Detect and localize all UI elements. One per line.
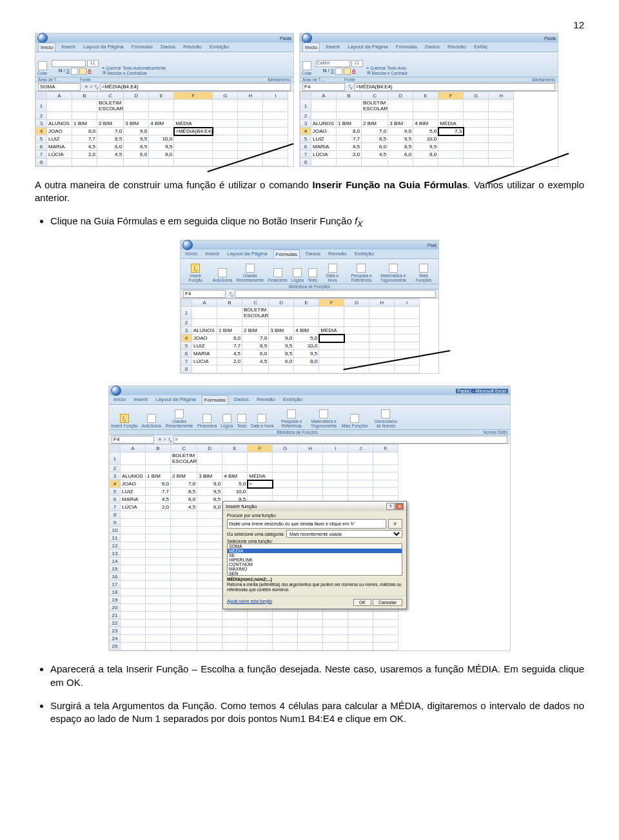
function-list-item[interactable]: MÉDIA xyxy=(228,549,402,553)
ribbon-group-name: Matemática e Trigonometria xyxy=(310,419,338,428)
ribbon-tabs: InícioInserirLayout da PáginaFórmulasDad… xyxy=(35,43,293,52)
function-list-item[interactable]: SE xyxy=(228,553,402,558)
formula-bar xyxy=(235,290,436,298)
excel-screenshot-2: Pasta InícioInserirLayout da PáginaFórmu… xyxy=(299,33,558,167)
ribbon-tab: Dados xyxy=(159,43,177,52)
ribbon-tab: Inserir xyxy=(324,43,342,52)
ribbon-group-name: Mais Funções xyxy=(411,273,437,282)
ribbon-icon xyxy=(175,409,184,418)
ribbon-tab: Inserir xyxy=(59,43,77,52)
italic-icon: I xyxy=(63,68,64,75)
cancel-button[interactable]: Cancelar xyxy=(373,599,402,606)
ribbon-tabs: InícioInserirLayout da PáginaFórmulasDad… xyxy=(109,395,510,405)
ribbon-tab: Revisão xyxy=(326,249,349,259)
category-select[interactable]: Mais recentemente usada xyxy=(286,530,402,538)
fx-icon: fx xyxy=(349,83,353,90)
ribbon-icon xyxy=(419,264,428,273)
ribbon-tab: Revisão xyxy=(446,43,468,52)
ribbon-icon xyxy=(218,268,227,277)
search-input[interactable] xyxy=(227,519,386,529)
font-size-box: 11 xyxy=(87,60,99,67)
wrap-text-label: Quebrar Texto Auto xyxy=(370,66,406,70)
ribbon-tab: Dados xyxy=(423,43,442,52)
bold-icon: N xyxy=(323,68,327,75)
ribbon-group-name: Pesquisa e Referência xyxy=(277,419,306,428)
excel-screenshot-4: Pasta1 - Microsoft Excel InícioInserirLa… xyxy=(108,386,511,651)
ribbon-tab: Início xyxy=(112,395,128,404)
category-label: Ou selecione uma categoria: xyxy=(227,532,284,536)
ribbon-icon xyxy=(202,414,211,423)
search-label: Procure por uma função: xyxy=(227,513,402,518)
function-list[interactable]: SOMAMÉDIASEHIPERLINKCONT.NÚMMÁXIMOSEN xyxy=(227,543,402,576)
ribbon-group-name: Texto xyxy=(237,424,247,428)
formula-bar: = xyxy=(173,436,507,444)
formula-bar-row: SOMA ✕ ✓ fx =MÉDIA(B4:E4) xyxy=(35,83,293,92)
function-list-item[interactable]: CONT.NÚM xyxy=(228,562,402,567)
help-link[interactable]: Ajuda sobre esta função xyxy=(227,599,272,603)
formula-buttons: ✕ ✓ xyxy=(84,84,93,90)
bullet-3: Surgirá a tela Argumentos da Função. Com… xyxy=(50,699,584,726)
border-icon xyxy=(71,68,78,75)
ribbon-icon xyxy=(389,264,398,273)
paste-label: Colar xyxy=(302,71,312,75)
function-list-item[interactable]: SOMA xyxy=(228,544,402,549)
ribbon-group-name: Inserir Função xyxy=(111,424,138,428)
window-title: Pasta xyxy=(280,36,291,41)
ribbon-tab: Layout da Página xyxy=(153,395,197,404)
ribbon-tab: Fórmulas xyxy=(202,395,228,404)
ribbon-group-label: Biblioteca de Funções xyxy=(181,284,438,289)
ribbon-tab: Início xyxy=(183,249,199,259)
ribbon-tab: Revisão xyxy=(255,395,277,404)
merge-label: Mesclar e Centraliz xyxy=(372,71,408,75)
italic-icon: I xyxy=(328,68,329,75)
office-button-icon xyxy=(182,240,193,250)
ribbon-icon xyxy=(147,414,156,423)
function-list-item[interactable]: MÁXIMO xyxy=(228,567,402,571)
name-box: SOMA xyxy=(38,83,81,91)
figure-row-1: Pasta InícioInserirLayout da PáginaFórmu… xyxy=(35,33,584,167)
window-title: Past xyxy=(427,243,437,248)
fx-icon: fx xyxy=(230,291,233,298)
function-syntax: MÉDIA(núm1;núm2;...) xyxy=(227,577,272,581)
ok-button[interactable]: OK xyxy=(353,599,371,606)
excel-screenshot-1: Pasta InícioInserirLayout da PáginaFórmu… xyxy=(35,33,294,167)
ribbon-icon xyxy=(357,264,366,273)
ribbon-icon: fx xyxy=(191,264,200,273)
ribbon-group-name: AutoSoma xyxy=(142,424,161,428)
bullet-2: Aparecerá a tela Inserir Função – Escolh… xyxy=(50,663,584,689)
ribbon-tab: Fórmulas xyxy=(394,43,419,52)
font-name-box xyxy=(52,60,86,67)
fill-icon xyxy=(79,68,86,75)
ribbon-group-name: Texto xyxy=(308,278,318,282)
function-list-item[interactable]: SEN xyxy=(228,571,402,576)
font-color-icon: A xyxy=(352,68,355,75)
ribbon-tab: Início xyxy=(38,43,55,52)
ribbon-icon: fx xyxy=(120,414,129,423)
font-name-box: Calibri xyxy=(316,60,350,67)
ribbon-tab: Exibição xyxy=(208,43,231,52)
ribbon-tab: Início xyxy=(302,43,320,52)
ribbon-group-name: Data e Hora xyxy=(321,273,343,282)
ribbon-group-name: Usadas Recentemente xyxy=(236,273,264,282)
ribbon-tab: Dados xyxy=(304,249,322,259)
function-list-item[interactable]: HIPERLINK xyxy=(228,558,402,562)
paste-label: Colar xyxy=(37,71,48,75)
border-icon xyxy=(335,68,342,75)
spreadsheet-grid: ABCDEFGH1BOLETIM ESCOLAR23ALUNOS1 BIM2 B… xyxy=(300,92,514,166)
ribbon-tab: Fórmulas xyxy=(273,249,300,259)
name-box: F4 xyxy=(183,290,226,298)
formula-bar-row: F4 fx xyxy=(181,289,438,298)
go-button[interactable]: Ir xyxy=(388,519,402,529)
bold-icon: N xyxy=(59,68,63,75)
wrap-text-icon: ≡ xyxy=(367,66,369,70)
ribbon-tab: Layout da Página xyxy=(225,249,269,259)
ribbon-icon xyxy=(246,264,255,273)
fx-icon: fx xyxy=(95,83,99,90)
ribbon-icon xyxy=(293,268,302,277)
ribbon-tab: Exibição xyxy=(353,249,376,259)
paste-icon xyxy=(38,61,47,70)
fx-icon: fx xyxy=(168,436,172,444)
ribbon-tab: Inserir xyxy=(132,395,150,404)
ribbon-icon xyxy=(319,409,328,418)
ribbon-group-labels: Biblioteca de FunçõesNomes Defin xyxy=(109,430,510,435)
